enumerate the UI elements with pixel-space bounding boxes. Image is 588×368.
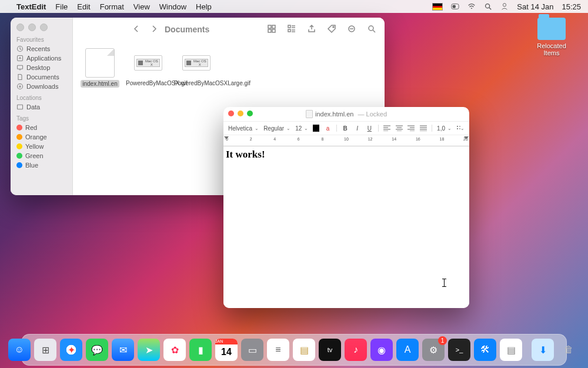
format-bar: Helvetica⌄ Regular⌄ 12⌄ a B I U 1,0⌄ ⌄ [223, 122, 469, 135]
sidebar-item-label: Blue [25, 162, 38, 169]
dock-maps[interactable]: ➤ [138, 339, 160, 361]
sidebar-item-applications[interactable]: Applications [16, 53, 69, 63]
desktop-item-relocated[interactable]: Relocated Items [530, 18, 573, 56]
sidebar-tag-orange[interactable]: Orange [16, 132, 69, 142]
menu-edit[interactable]: Edit [77, 2, 90, 11]
dock-textedit[interactable]: ▤ [500, 339, 522, 361]
zoom-icon[interactable] [40, 24, 48, 31]
dock-settings[interactable]: ⚙1 [422, 339, 445, 361]
textedit-content[interactable]: It works! [223, 146, 469, 308]
menubar-time[interactable]: 15:25 [562, 2, 581, 11]
close-icon[interactable] [228, 111, 234, 116]
svg-line-3 [489, 8, 492, 10]
file-item[interactable]: Mac OS XPoweredByMacOSX.gif [126, 48, 171, 86]
menu-file[interactable]: File [55, 2, 68, 11]
sidebar-tag-yellow[interactable]: Yellow [16, 142, 69, 151]
locked-label[interactable]: — Locked [356, 111, 387, 118]
svg-rect-12 [268, 29, 271, 32]
zoom-icon[interactable] [247, 111, 253, 116]
sidebar-tag-blue[interactable]: Blue [16, 160, 69, 170]
dock-messages[interactable]: 💬 [86, 339, 108, 361]
align-left-button[interactable] [383, 125, 391, 132]
file-item[interactable]: Mac OS XPoweredByMacOSXLarge.gif [174, 48, 219, 86]
dock-contacts[interactable]: ▭ [241, 339, 263, 361]
tags-button[interactable] [325, 23, 339, 36]
sidebar-tag-red[interactable]: Red [16, 123, 69, 132]
textedit-traffic-lights[interactable] [228, 111, 253, 116]
font-style-select[interactable]: Regular⌄ [263, 125, 290, 132]
dock-reminders[interactable]: ≡ [267, 339, 289, 361]
back-button[interactable] [132, 24, 141, 35]
action-button[interactable] [345, 23, 359, 36]
tv-icon: tv [328, 346, 333, 353]
app-menu[interactable]: TextEdit [16, 2, 46, 11]
menu-help[interactable]: Help [196, 2, 212, 11]
align-center-button[interactable] [395, 125, 403, 132]
dock-trash[interactable]: 🗑 [557, 339, 580, 361]
dock-safari[interactable]: ✦ [60, 339, 82, 361]
sidebar-item-desktop[interactable]: Desktop [16, 63, 69, 72]
italic-button[interactable]: I [353, 125, 361, 132]
underline-button[interactable]: U [366, 125, 373, 132]
font-family-select[interactable]: Helvetica⌄ [228, 125, 259, 132]
sidebar-item-documents[interactable]: Documents [16, 72, 69, 82]
group-button[interactable] [285, 23, 299, 36]
forward-button[interactable] [149, 24, 159, 35]
sidebar-item-downloads[interactable]: Downloads [16, 82, 69, 91]
sidebar-item-label: Red [25, 124, 37, 131]
highlight-color-button[interactable]: a [324, 125, 332, 132]
finder-traffic-lights[interactable] [16, 24, 48, 31]
text-color-button[interactable] [313, 125, 319, 132]
sidebar-item-data[interactable]: Data [16, 102, 69, 112]
textedit-titlebar[interactable]: index.html.en — Locked [223, 107, 469, 122]
reminders-icon: ≡ [275, 344, 280, 355]
dock-tv[interactable]: tv [319, 339, 341, 361]
bold-button[interactable]: B [342, 125, 349, 132]
wifi-icon[interactable] [467, 2, 476, 11]
trash-icon: 🗑 [564, 344, 573, 355]
menu-view[interactable]: View [133, 2, 150, 11]
dock-notes[interactable]: ▤ [293, 339, 315, 361]
menu-format[interactable]: Format [100, 2, 124, 11]
minimize-icon[interactable] [238, 111, 243, 116]
control-center-icon[interactable] [451, 2, 459, 11]
desktop-item-label: Relocated Items [530, 42, 573, 56]
menubar-date[interactable]: Sat 14 Jan [517, 2, 553, 11]
align-justify-button[interactable] [420, 125, 427, 132]
dock-facetime[interactable]: ▮ [189, 339, 212, 361]
dock-calendar[interactable]: JAN14 [215, 339, 238, 361]
sidebar-tag-green[interactable]: Green [16, 151, 69, 160]
notes-icon: ▤ [300, 344, 309, 356]
menu-window[interactable]: Window [159, 2, 186, 11]
input-source-icon[interactable] [432, 3, 443, 11]
dock-finder[interactable]: ☺ [8, 339, 31, 361]
sidebar-item-label: Downloads [26, 83, 58, 90]
users-icon[interactable] [500, 2, 509, 11]
finder-title: Documents [165, 25, 209, 34]
close-icon[interactable] [16, 24, 24, 31]
list-style-button[interactable]: ⌄ [456, 125, 465, 132]
ruler-mark: 0 [226, 137, 228, 141]
share-button[interactable] [305, 23, 319, 36]
dock-appstore[interactable]: A [396, 339, 419, 361]
font-size-select[interactable]: 12⌄ [295, 125, 308, 132]
view-mode-button[interactable] [265, 23, 279, 36]
ruler[interactable]: 02468101214161820 [223, 135, 469, 146]
file-item[interactable]: index.html.en [78, 48, 122, 88]
search-button[interactable] [365, 23, 379, 36]
dock-music[interactable]: ♪ [345, 339, 367, 361]
dock-terminal[interactable]: >_ [448, 339, 470, 361]
dock-xcode[interactable]: 🛠 [474, 339, 496, 361]
align-right-button[interactable] [407, 125, 415, 132]
dock-mail[interactable]: ✉ [112, 339, 134, 361]
dock-photos[interactable]: ✿ [163, 339, 186, 361]
line-spacing-select[interactable]: 1,0⌄ [437, 125, 452, 132]
sidebar-item-recents[interactable]: Recents [16, 44, 69, 53]
spotlight-icon[interactable] [484, 2, 492, 11]
dock-downloads[interactable]: ⬇ [532, 339, 554, 361]
dock-podcasts[interactable]: ◉ [370, 339, 393, 361]
svg-point-42 [457, 128, 458, 129]
dock-launchpad[interactable]: ⊞ [34, 339, 56, 361]
minimize-icon[interactable] [28, 24, 36, 31]
sidebar-item-label: Orange [25, 133, 47, 140]
